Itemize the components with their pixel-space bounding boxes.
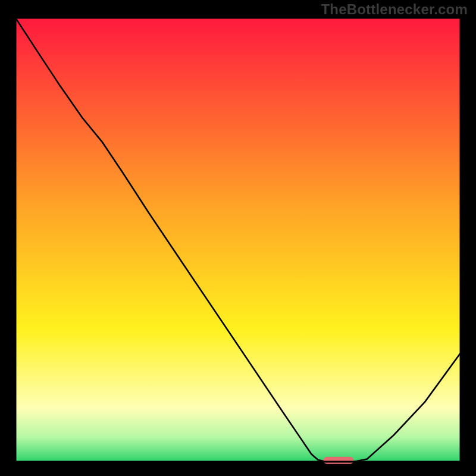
bottleneck-chart <box>0 0 476 476</box>
watermark-label: TheBottlenecker.com <box>321 1 468 18</box>
plot-background <box>15 18 461 462</box>
optimal-marker <box>324 457 354 464</box>
chart-frame: TheBottlenecker.com <box>0 0 476 476</box>
